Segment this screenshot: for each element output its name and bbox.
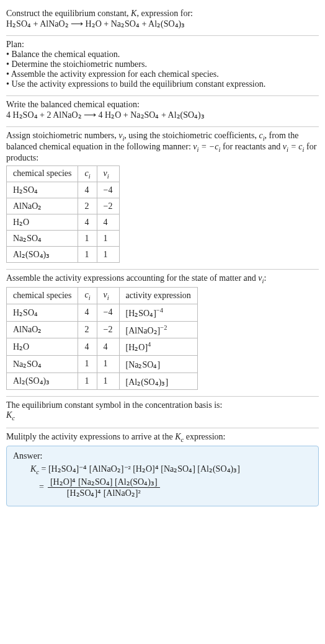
cell-activity: [H₂SO₄]−4 [119, 304, 197, 321]
table-row: Al₂(SO₄)₃11[Al₂(SO₄)₃] [7, 373, 198, 390]
table-row: H₂O44[H₂O]4 [7, 338, 198, 356]
cell-ci: 1 [78, 373, 97, 390]
unbalanced-equation: H₂SO₄ + AlNaO₂ ⟶ H₂O + Na₂SO₄ + Al₂(SO₄)… [6, 19, 185, 29]
activity-text-a: Assemble the activity expressions accoun… [6, 273, 258, 283]
cell-nui: −4 [97, 182, 119, 198]
answer-fraction: [H₂O]⁴ [Na₂SO₄] [Al₂(SO₄)₃] [H₂SO₄]⁴ [Al… [48, 477, 160, 498]
kc-symbol-text: The equilibrium constant symbol in the c… [6, 400, 319, 410]
cell-activity: [Na₂SO₄] [119, 355, 197, 373]
header-text-a: Construct the equilibrium constant, [6, 9, 131, 18]
table-row: H₂SO₄4−4 [7, 182, 120, 198]
cell-species: AlNaO₂ [7, 198, 78, 214]
cell-ci: 4 [78, 338, 97, 356]
stoich-table: chemical species ci νi H₂SO₄4−4 AlNaO₂2−… [6, 165, 120, 263]
col-activity: activity expression [119, 288, 197, 304]
cell-nui: 1 [97, 355, 119, 373]
answer-label: Answer: [13, 451, 312, 461]
fraction-denominator: [H₂SO₄]⁴ [AlNaO₂]² [48, 488, 160, 498]
cell-ci: 2 [78, 198, 97, 214]
plan-bullet-4: • Use the activity expressions to build … [6, 79, 319, 89]
cell-ci: 4 [78, 304, 97, 321]
cell-nui: −2 [97, 198, 119, 214]
header-block: Construct the equilibrium constant, K, e… [6, 5, 319, 35]
stoich-block: Assign stoichiometric numbers, νi, using… [6, 127, 319, 269]
header-text-b: , expression for: [136, 9, 193, 18]
table-row: H₂SO₄4−4[H₂SO₄]−4 [7, 304, 198, 321]
plan-bullet-3: • Assemble the activity expression for e… [6, 69, 319, 79]
cell-activity: [H₂O]4 [119, 338, 197, 356]
table-row: Na₂SO₄11 [7, 231, 120, 247]
table-row: Al₂(SO₄)₃11 [7, 247, 120, 263]
col-nui: νi [97, 165, 119, 182]
cell-ci: 4 [78, 214, 97, 231]
col-ci: ci [78, 165, 97, 182]
plan-bullet-1: • Balance the chemical equation. [6, 50, 319, 60]
cell-activity: [Al₂(SO₄)₃] [119, 373, 197, 390]
cell-nui: −4 [97, 304, 119, 321]
cell-species: Na₂SO₄ [7, 231, 78, 247]
plan-title: Plan: [6, 40, 319, 50]
cell-species: Al₂(SO₄)₃ [7, 373, 78, 390]
table-row: H₂O44 [7, 214, 120, 231]
stoich-text-d: for reactants and [220, 142, 282, 151]
cell-species: H₂O [7, 214, 78, 231]
cell-species: Na₂SO₄ [7, 355, 78, 373]
equals-sign: = [39, 482, 44, 492]
col-nui: νi [97, 288, 119, 304]
cell-nui: −2 [97, 321, 119, 338]
plan-bullet-2: • Determine the stoichiometric numbers. [6, 60, 319, 69]
kc-symbol: Kc [6, 410, 319, 421]
balanced-title: Write the balanced chemical equation: [6, 100, 319, 110]
col-species: chemical species [7, 165, 78, 182]
table-row: AlNaO₂2−2 [7, 198, 120, 214]
cell-ci: 1 [78, 231, 97, 247]
k-symbol: K [131, 9, 136, 18]
nu-symbol: νi [118, 131, 124, 140]
cell-nui: 1 [97, 247, 119, 263]
final-intro: Mulitply the activity expressions to arr… [6, 432, 319, 443]
cell-species: Al₂(SO₄)₃ [7, 247, 78, 263]
nu-eq-neg-c: νi = −ci [193, 142, 220, 151]
table-header-row: chemical species ci νi [7, 165, 120, 182]
cell-activity: [AlNaO₂]−2 [119, 321, 197, 338]
col-ci: ci [78, 288, 97, 304]
cell-ci: 1 [78, 355, 97, 373]
cell-species: H₂SO₄ [7, 304, 78, 321]
answer-box: Answer: Kc = [H₂SO₄]⁻⁴ [AlNaO₂]⁻² [H₂O]⁴… [6, 446, 319, 506]
cell-nui: 4 [97, 338, 119, 356]
cell-species: H₂O [7, 338, 78, 356]
final-text-a: Mulitply the activity expressions to arr… [6, 432, 175, 441]
final-text-b: expression: [184, 432, 225, 441]
cell-ci: 4 [78, 182, 97, 198]
table-row: Na₂SO₄11[Na₂SO₄] [7, 355, 198, 373]
kc-symbol-block: The equilibrium constant symbol in the c… [6, 397, 319, 428]
answer-line-1: Kc = [H₂SO₄]⁻⁴ [AlNaO₂]⁻² [H₂O]⁴ [Na₂SO₄… [30, 464, 312, 475]
cell-nui: 4 [97, 214, 119, 231]
plan-block: Plan: • Balance the chemical equation. •… [6, 36, 319, 95]
final-block: Mulitply the activity expressions to arr… [6, 428, 319, 513]
balanced-block: Write the balanced chemical equation: 4 … [6, 96, 319, 126]
cell-ci: 1 [78, 247, 97, 263]
stoich-intro: Assign stoichiometric numbers, νi, using… [6, 131, 319, 163]
balanced-equation: 4 H₂SO₄ + 2 AlNaO₂ ⟶ 4 H₂O + Na₂SO₄ + Al… [6, 110, 319, 120]
activity-table: chemical species ci νi activity expressi… [6, 287, 198, 390]
nu-eq-c: νi = ci [283, 142, 305, 151]
activity-text-b: : [264, 273, 266, 283]
cell-ci: 2 [78, 321, 97, 338]
cell-nui: 1 [97, 231, 119, 247]
cell-nui: 1 [97, 373, 119, 390]
cell-species: H₂SO₄ [7, 182, 78, 198]
table-row: AlNaO₂2−2[AlNaO₂]−2 [7, 321, 198, 338]
stoich-text-b: , using the stoichiometric coefficients, [124, 131, 259, 140]
answer-content: Kc = [H₂SO₄]⁻⁴ [AlNaO₂]⁻² [H₂O]⁴ [Na₂SO₄… [13, 464, 312, 498]
table-header-row: chemical species ci νi activity expressi… [7, 288, 198, 304]
c-symbol: ci [259, 131, 264, 140]
cell-species: AlNaO₂ [7, 321, 78, 338]
activity-block: Assemble the activity expressions accoun… [6, 270, 319, 396]
col-species: chemical species [7, 288, 78, 304]
activity-intro: Assemble the activity expressions accoun… [6, 273, 319, 285]
kc-symbol-inline: Kc [175, 432, 184, 441]
stoich-text-a: Assign stoichiometric numbers, [6, 131, 118, 140]
fraction-numerator: [H₂O]⁴ [Na₂SO₄] [Al₂(SO₄)₃] [48, 477, 160, 488]
answer-line-2: = [H₂O]⁴ [Na₂SO₄] [Al₂(SO₄)₃] [H₂SO₄]⁴ [… [39, 477, 312, 498]
